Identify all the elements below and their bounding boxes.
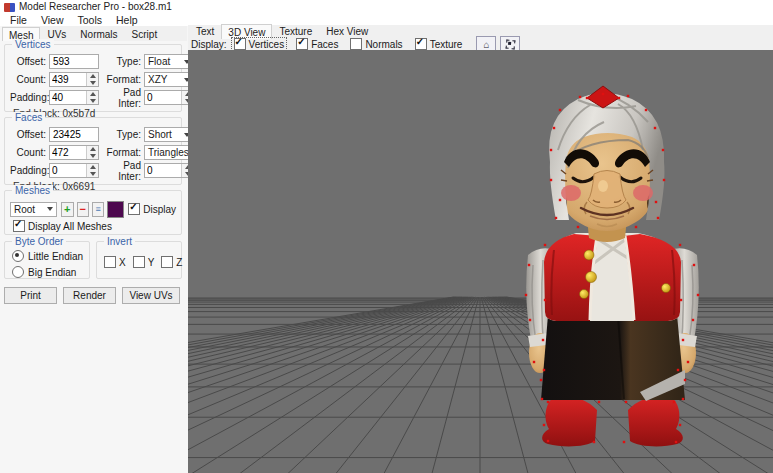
chevron-down-icon — [44, 207, 56, 211]
vertices-count-label: Count: — [10, 74, 46, 85]
tab-normals[interactable]: Normals — [73, 27, 124, 41]
big-endian-radio[interactable]: Big Endian — [12, 266, 89, 278]
vertices-padding-input[interactable] — [50, 91, 86, 104]
little-endian-radio[interactable]: Little Endian — [12, 250, 89, 262]
title-bar: Model Researcher Pro - box28.m1 — [0, 0, 773, 13]
mesh-settings-panel: Vertices Offset: Type: Float Count: Form… — [0, 41, 187, 473]
invert-group: Invert X Y Z — [96, 241, 182, 279]
faces-padding-spinner[interactable] — [49, 163, 99, 178]
home-icon: ⌂ — [483, 39, 489, 50]
vertices-count-spinner[interactable] — [49, 72, 99, 87]
vertices-group: Vertices Offset: Type: Float Count: Form… — [4, 44, 182, 112]
faces-padding-input[interactable] — [50, 164, 86, 177]
tab-3d-view[interactable]: 3D View — [221, 24, 272, 39]
checkbox-box[interactable] — [104, 256, 116, 268]
invert-title: Invert — [104, 236, 135, 247]
spinner-arrows[interactable] — [86, 91, 98, 104]
vertices-format-label: Format: — [99, 74, 141, 85]
faces-offset-label: Offset: — [10, 129, 46, 140]
menu-help[interactable]: Help — [109, 14, 145, 26]
invert-y-label: Y — [148, 257, 155, 268]
spinner-arrows[interactable] — [86, 146, 98, 159]
vertices-offset-label: Offset: — [10, 56, 46, 67]
checkbox-box[interactable] — [133, 256, 145, 268]
invert-x-checkbox[interactable]: X — [104, 256, 126, 268]
3d-viewport[interactable] — [188, 50, 773, 473]
invert-z-label: Z — [176, 257, 182, 268]
faces-count-label: Count: — [10, 147, 46, 158]
faces-group-title: Faces — [12, 112, 45, 123]
byte-order-title: Byte Order — [12, 236, 66, 247]
display-vertices-label: Vertices — [249, 39, 285, 50]
faces-count-spinner[interactable] — [49, 145, 99, 160]
faces-count-input[interactable] — [50, 146, 86, 159]
meshes-group: Meshes Root + − ≡ Display Display All Me… — [4, 190, 182, 235]
faces-type-select[interactable]: Short — [144, 127, 194, 142]
meshes-group-title: Meshes — [12, 185, 53, 196]
checkbox-box[interactable] — [415, 38, 427, 50]
display-texture-label: Texture — [430, 39, 463, 50]
checkbox-box[interactable] — [13, 220, 25, 232]
vertices-format-select[interactable]: XZY — [144, 72, 194, 87]
add-mesh-button[interactable]: + — [61, 202, 73, 217]
tab-text[interactable]: Text — [189, 24, 221, 38]
mesh-display-checkbox[interactable]: Display — [128, 203, 176, 215]
mesh-display-label: Display — [143, 204, 176, 215]
window-title: Model Researcher Pro - box28.m1 — [19, 1, 172, 12]
faces-padinter-spinner[interactable] — [144, 163, 194, 178]
vertices-padinter-spinner[interactable] — [144, 90, 194, 105]
display-all-meshes-label: Display All Meshes — [28, 221, 112, 232]
tab-script[interactable]: Script — [125, 27, 165, 41]
display-texture-checkbox[interactable]: Texture — [413, 38, 465, 50]
invert-y-checkbox[interactable]: Y — [133, 256, 155, 268]
display-normals-label: Normals — [365, 39, 402, 50]
menu-view[interactable]: View — [34, 14, 71, 26]
mesh-select[interactable]: Root — [10, 202, 57, 217]
menu-file[interactable]: File — [3, 14, 34, 26]
display-all-meshes-checkbox[interactable]: Display All Meshes — [13, 220, 181, 232]
remove-mesh-button[interactable]: − — [77, 202, 89, 217]
vertices-type-select[interactable]: Float — [144, 54, 194, 69]
rename-mesh-button[interactable]: ≡ — [92, 202, 104, 217]
radio-circle[interactable] — [12, 266, 24, 278]
invert-x-label: X — [119, 257, 126, 268]
checkbox-box[interactable] — [128, 203, 140, 215]
faces-padinter-input[interactable] — [145, 164, 181, 177]
display-normals-checkbox[interactable]: Normals — [348, 38, 404, 50]
checkbox-box[interactable] — [161, 256, 173, 268]
vertices-padinter-input[interactable] — [145, 91, 181, 104]
byte-order-group: Byte Order Little Endian Big Endian — [4, 241, 90, 279]
invert-z-checkbox[interactable]: Z — [161, 256, 182, 268]
display-label: Display: — [191, 39, 227, 50]
tab-texture[interactable]: Texture — [272, 24, 319, 38]
spinner-arrows[interactable] — [86, 164, 98, 177]
display-options-bar: Display: Vertices Faces Normals Texture … — [191, 38, 520, 50]
vertices-count-input[interactable] — [50, 73, 86, 86]
radio-circle[interactable] — [12, 250, 24, 262]
display-vertices-checkbox[interactable]: Vertices — [232, 38, 287, 50]
checkbox-box[interactable] — [350, 38, 362, 50]
faces-padinter-label: Pad Inter: — [99, 160, 141, 182]
vertices-type-label: Type: — [99, 56, 141, 67]
vertices-padding-spinner[interactable] — [49, 90, 99, 105]
checkbox-box[interactable] — [234, 38, 246, 50]
checkbox-box[interactable] — [296, 38, 308, 50]
faces-format-select[interactable]: Triangles — [144, 145, 194, 160]
print-button[interactable]: Print — [4, 287, 57, 304]
tab-hex-view[interactable]: Hex View — [319, 24, 375, 38]
display-faces-label: Faces — [311, 39, 338, 50]
menu-tools[interactable]: Tools — [71, 14, 110, 26]
render-button[interactable]: Render — [63, 287, 116, 304]
spinner-arrows[interactable] — [86, 73, 98, 86]
vertices-padinter-label: Pad Inter: — [99, 87, 141, 109]
mesh-color-swatch[interactable] — [107, 201, 124, 218]
faces-padding-label: Padding: — [10, 165, 46, 176]
vertices-padding-label: Padding: — [10, 92, 46, 103]
vertices-offset-input[interactable] — [49, 54, 99, 69]
viewer-header: Text 3D View Texture Hex View Display: V… — [188, 25, 773, 50]
view-uvs-button[interactable]: View UVs — [122, 287, 180, 304]
little-endian-label: Little Endian — [28, 251, 83, 262]
3d-scene-canvas[interactable] — [188, 50, 773, 473]
faces-offset-input[interactable] — [49, 127, 99, 142]
display-faces-checkbox[interactable]: Faces — [294, 38, 340, 50]
